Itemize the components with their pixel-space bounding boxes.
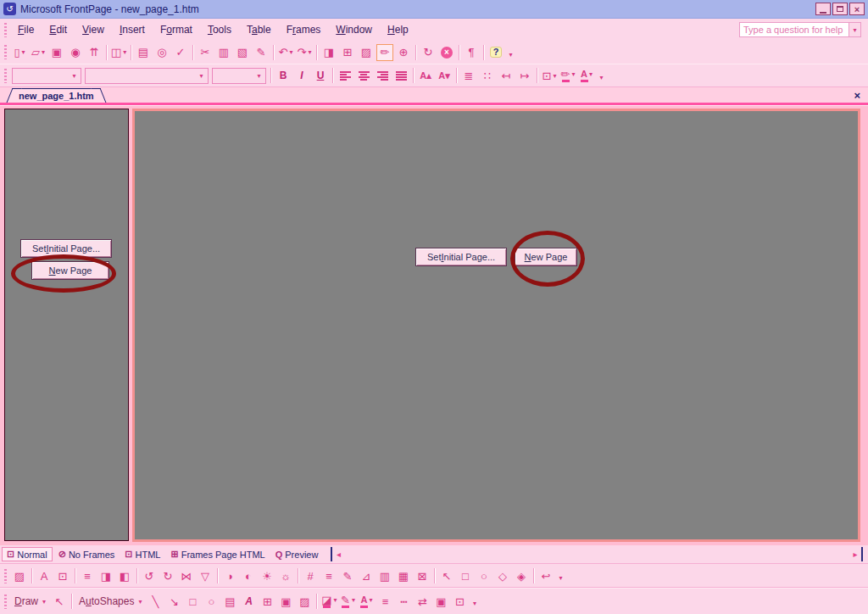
font-color-button[interactable]: A▾ — [578, 67, 595, 84]
clip-art-button[interactable]: ▣ — [277, 593, 294, 610]
cut-button[interactable]: ✂ — [197, 44, 214, 61]
more-contrast-button[interactable]: ◑ — [221, 567, 238, 584]
polygonal-hotspot-button[interactable]: ◇ — [494, 567, 511, 584]
circular-hotspot-button[interactable]: ○ — [476, 567, 492, 584]
stop-button[interactable]: × — [438, 44, 455, 61]
style-combo[interactable]: ▾ — [12, 68, 81, 84]
set-initial-page-button[interactable]: Set Initial Page... — [20, 239, 112, 258]
publish-web-button[interactable]: ⇈ — [86, 44, 103, 61]
flip-horizontal-button[interactable]: ⋈ — [178, 567, 195, 584]
less-brightness-button[interactable]: ☼ — [277, 567, 294, 584]
arrow-style-button[interactable]: ⇄ — [414, 593, 431, 610]
rotate-left-button[interactable]: ↺ — [141, 567, 158, 584]
borders-button[interactable]: ⊡▾ — [541, 67, 558, 84]
toolbar-grip[interactable] — [4, 69, 7, 83]
chevron-down-icon[interactable]: ▾ — [195, 69, 208, 83]
toolbar-grip[interactable] — [4, 569, 7, 583]
close-icon[interactable]: × — [854, 90, 860, 101]
toolbar-options-button[interactable]: ▾ — [556, 567, 565, 584]
highlight-hotspots-button[interactable]: ◈ — [513, 567, 530, 584]
rectangle-button[interactable]: □ — [184, 593, 201, 610]
bring-forward-button[interactable]: ◨ — [97, 567, 114, 584]
chevron-down-icon[interactable]: ▾ — [123, 48, 126, 56]
restore-button[interactable] — [832, 3, 848, 15]
text-box-button[interactable]: ▤ — [221, 593, 238, 610]
toolbar-options-button[interactable]: ▾ — [597, 67, 606, 84]
flip-vertical-button[interactable]: ▽ — [197, 567, 214, 584]
format-picture-button[interactable]: ✎ — [339, 567, 356, 584]
align-left-button[interactable] — [337, 67, 353, 84]
menu-edit[interactable]: Edit — [42, 21, 75, 38]
chevron-down-icon[interactable]: ▾ — [253, 69, 265, 83]
close-button[interactable]: × — [849, 3, 865, 15]
view-tab-frames-page-html[interactable]: ⊞Frames Page HTML — [166, 548, 269, 561]
drawing-button[interactable]: ✏ — [376, 44, 393, 61]
insert-picture-button[interactable]: ▨ — [358, 44, 375, 61]
menu-tools[interactable]: Tools — [200, 21, 239, 38]
decrease-font-size-button[interactable]: A▾ — [436, 67, 453, 84]
chevron-down-icon[interactable]: ▾ — [571, 70, 575, 78]
menu-file[interactable]: File — [10, 21, 42, 38]
menu-window[interactable]: Window — [328, 21, 380, 38]
oval-button[interactable]: ○ — [203, 593, 220, 610]
minimize-button[interactable] — [815, 3, 831, 15]
chevron-down-icon[interactable]: ▾ — [334, 596, 337, 604]
less-contrast-button[interactable]: ◐ — [240, 567, 257, 584]
bold-button[interactable]: B — [275, 67, 292, 84]
justify-button[interactable] — [392, 67, 409, 84]
color-button[interactable]: ▥ — [376, 567, 393, 584]
redo-button[interactable]: ↷▾ — [296, 44, 313, 61]
shadow-style-button[interactable]: ▣ — [432, 593, 449, 610]
menu-insert[interactable]: Insert — [112, 21, 153, 38]
view-tab-html[interactable]: ⊡HTML — [120, 548, 164, 561]
decrease-indent-button[interactable]: ↤ — [498, 67, 515, 84]
new-page-button[interactable]: New Page — [31, 261, 109, 280]
select-button[interactable]: ↖ — [438, 567, 455, 584]
increase-font-size-button[interactable]: A▴ — [417, 67, 434, 84]
text-button[interactable]: A — [36, 567, 53, 584]
save-button[interactable]: ▣ — [48, 44, 65, 61]
menu-format[interactable]: Format — [153, 21, 200, 38]
set-initial-page-button[interactable]: Set Initial Page... — [415, 248, 507, 266]
toolbar-grip[interactable] — [4, 23, 7, 37]
chevron-down-icon[interactable]: ▾ — [68, 69, 81, 83]
underline-button[interactable]: U — [312, 67, 329, 84]
undo-button[interactable]: ↶▾ — [277, 44, 294, 61]
insert-web-component-button[interactable]: ◨ — [320, 44, 337, 61]
chevron-down-icon[interactable]: ▾ — [289, 48, 292, 56]
fill-color-button[interactable]: ◪▾ — [320, 593, 337, 610]
send-backward-button[interactable]: ◧ — [116, 567, 133, 584]
insert-picture-from-file-button[interactable]: ▨ — [11, 567, 28, 584]
word-art-button[interactable]: A — [240, 593, 257, 610]
show-all-button[interactable]: ¶ — [463, 44, 480, 61]
toolbar-grip[interactable] — [4, 594, 7, 609]
highlight-color-button[interactable]: ✏▾ — [559, 67, 576, 84]
font-combo[interactable]: ▾ — [85, 68, 209, 84]
line-style-button[interactable]: ≡ — [320, 567, 337, 584]
resample-button[interactable]: ⊠ — [414, 567, 431, 584]
insert-diagram-button[interactable]: ⊞ — [259, 593, 275, 610]
auto-thumbnail-button[interactable]: ⊡ — [54, 567, 71, 584]
increase-indent-button[interactable]: ↦ — [516, 67, 533, 84]
chevron-down-icon[interactable]: ▾ — [22, 48, 25, 56]
open-button[interactable]: ▱▾ — [30, 44, 47, 61]
preview-in-browser-button[interactable]: ◎ — [153, 44, 170, 61]
menu-frames[interactable]: Frames — [279, 21, 329, 38]
bevel-button[interactable]: ▦ — [395, 567, 412, 584]
ask-a-question-box[interactable]: Type a question for help ▾ — [739, 22, 861, 37]
insert-table-button[interactable]: ⊞ — [339, 44, 356, 61]
line-color-button[interactable]: ✎▾ — [339, 593, 356, 610]
menu-view[interactable]: View — [75, 21, 112, 38]
3d-style-button[interactable]: ⊡ — [451, 593, 468, 610]
chevron-down-icon[interactable]: ▾ — [369, 596, 372, 604]
print-button[interactable]: ▤ — [135, 44, 152, 61]
chevron-down-icon[interactable]: ▾ — [308, 48, 311, 56]
crop-button[interactable]: # — [302, 567, 319, 584]
refresh-button[interactable]: ↻ — [420, 44, 437, 61]
help-button[interactable]: ? — [487, 44, 504, 61]
scroll-left-icon[interactable]: ◂ — [331, 547, 344, 561]
view-tab-normal[interactable]: ⊡Normal — [2, 547, 53, 561]
set-transparent-color-button[interactable]: ⊿ — [358, 567, 375, 584]
select-objects-button[interactable]: ↖ — [51, 593, 68, 610]
size-combo[interactable]: ▾ — [212, 68, 266, 84]
